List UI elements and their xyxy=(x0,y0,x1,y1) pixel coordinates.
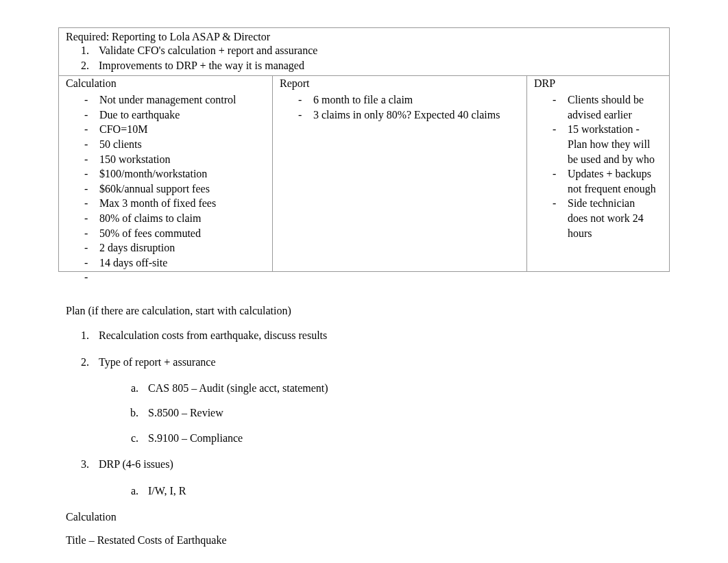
plan-item-text: DRP (4-6 issues) xyxy=(99,458,173,470)
calc-item: Not under management control xyxy=(84,92,265,108)
calculation-header: Calculation xyxy=(59,76,273,91)
plan-sublist: CAS 805 – Audit (single acct, statement)… xyxy=(99,381,662,446)
calc-item: $100/month/workstation xyxy=(84,166,265,182)
required-title: Required: Reporting to Lola ASAP & Direc… xyxy=(66,31,662,43)
drp-item: Updates + backups not frequent enough xyxy=(553,166,657,196)
plan-list: Recalculation costs from earthquake, dis… xyxy=(66,328,662,499)
required-item: Validate CFO's calculation + report and … xyxy=(92,43,662,58)
plan-title: Plan (if there are calculation, start wi… xyxy=(66,305,662,317)
columns-header-row: Calculation Report DRP xyxy=(59,76,669,91)
drp-header: DRP xyxy=(527,76,664,91)
drp-item: 15 workstation - Plan how they will be u… xyxy=(553,122,657,166)
calc-item: 150 workstation xyxy=(84,152,265,167)
calc-item: 50% of fees commuted xyxy=(84,226,265,241)
drp-item: Side technician does not work 24 hours xyxy=(553,196,657,240)
report-item: 3 claims in only 80%? Expected 40 claims xyxy=(298,108,520,123)
plan-item: Recalculation costs from earthquake, dis… xyxy=(92,328,662,343)
calculation-cell: Not under management control Due to eart… xyxy=(59,91,273,271)
plan-subitem: S.9100 – Compliance xyxy=(141,431,662,446)
report-item: 6 month to file a claim xyxy=(298,92,520,108)
calculation-list: Not under management control Due to eart… xyxy=(66,92,265,270)
required-list: Validate CFO's calculation + report and … xyxy=(66,43,662,73)
calculation-section: Calculation Title – Restated Costs of Ea… xyxy=(66,511,662,547)
plan-item: Type of report + assurance CAS 805 – Aud… xyxy=(92,355,662,447)
summary-table: Required: Reporting to Lola ASAP & Direc… xyxy=(58,27,670,272)
calc-item: 50 clients xyxy=(84,137,265,152)
report-list: 6 month to file a claim 3 claims in only… xyxy=(280,92,520,122)
required-item: Improvements to DRP + the way it is mana… xyxy=(92,58,662,73)
calculation-title-line: Title – Restated Costs of Earthquake xyxy=(66,534,662,547)
report-header: Report xyxy=(273,76,527,91)
plan-subitem: CAS 805 – Audit (single acct, statement) xyxy=(141,381,662,396)
drp-item: Clients should be advised earlier xyxy=(553,92,657,122)
plan-subitem: S.8500 – Review xyxy=(141,405,662,421)
plan-section: Plan (if there are calculation, start wi… xyxy=(66,305,662,499)
calc-item: Due to earthquake xyxy=(84,108,265,123)
calc-item: $60k/annual support fees xyxy=(84,182,265,197)
calc-item: CFO=10M xyxy=(84,122,265,137)
calc-item: 80% of claims to claim xyxy=(84,211,265,226)
plan-item-text: Type of report + assurance xyxy=(99,356,216,368)
calc-item: 14 days off-site xyxy=(84,255,265,271)
calc-item: Max 3 month of fixed fees xyxy=(84,196,265,211)
plan-item-text: Recalculation costs from earthquake, dis… xyxy=(99,329,327,341)
required-section: Required: Reporting to Lola ASAP & Direc… xyxy=(59,28,669,76)
plan-item: DRP (4-6 issues) I/W, I, R xyxy=(92,457,662,499)
calculation-heading: Calculation xyxy=(66,511,662,523)
plan-sublist: I/W, I, R xyxy=(99,484,662,499)
drp-cell: Clients should be advised earlier 15 wor… xyxy=(527,91,664,271)
drp-list: Clients should be advised earlier 15 wor… xyxy=(534,92,657,240)
calc-item: 2 days disruption xyxy=(84,240,265,255)
report-cell: 6 month to file a claim 3 claims in only… xyxy=(273,91,527,271)
plan-subitem: I/W, I, R xyxy=(141,484,662,499)
columns-content-row: Not under management control Due to eart… xyxy=(59,91,669,271)
